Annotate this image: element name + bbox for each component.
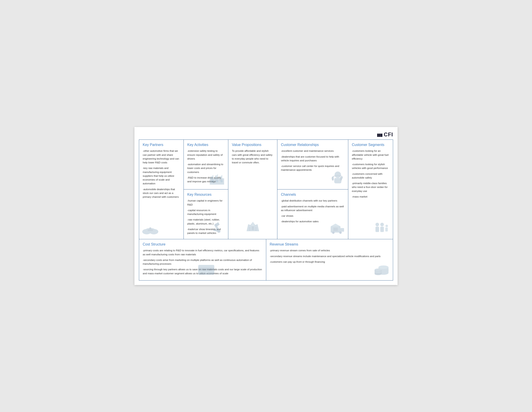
customer-relationships-title: Customer Relationships bbox=[281, 143, 344, 147]
svg-rect-34 bbox=[375, 227, 379, 232]
channels-body: -global distribution channels with our k… bbox=[281, 199, 344, 223]
svg-point-21 bbox=[255, 227, 257, 229]
channels-item-3: -car shows bbox=[281, 214, 344, 218]
svg-marker-9 bbox=[214, 174, 218, 178]
svg-point-31 bbox=[332, 231, 334, 234]
customer-segments-section: Customer Segments -customers looking for… bbox=[348, 140, 393, 239]
svg-point-37 bbox=[386, 225, 388, 227]
lower-section: Cost Structure -primary costs are relati… bbox=[139, 239, 393, 280]
value-propositions-title: Value Propositions bbox=[232, 143, 274, 147]
value-propositions-text: To provide affordable and stylish cars w… bbox=[232, 149, 274, 165]
key-partners-body: -other automotive firms that we can part… bbox=[143, 149, 180, 199]
svg-rect-38 bbox=[385, 228, 388, 232]
cr-channels-section: Customer Relationships -excellent custom… bbox=[277, 140, 348, 239]
svg-point-19 bbox=[249, 227, 250, 229]
value-propositions-body: To provide affordable and stylish cars w… bbox=[232, 149, 274, 165]
svg-rect-40 bbox=[198, 268, 214, 270]
cs-item-2: -customers looking for stylish vehicles … bbox=[352, 162, 389, 170]
svg-rect-30 bbox=[341, 228, 344, 232]
svg-rect-26 bbox=[340, 177, 342, 181]
key-activities-section: Key Activities -extensive safety testing… bbox=[184, 140, 228, 189]
logo-area: ▮▮▮ CFI bbox=[139, 131, 393, 138]
logo-cfi: CFI bbox=[384, 131, 393, 137]
svg-point-48 bbox=[379, 265, 389, 269]
svg-point-20 bbox=[249, 229, 250, 231]
cr-item-1: -excellent customer and maintenance serv… bbox=[281, 149, 344, 153]
svg-point-17 bbox=[217, 230, 220, 233]
svg-rect-11 bbox=[212, 180, 214, 182]
key-activities-item-1: -extensive safety testing to ensure repu… bbox=[187, 149, 225, 161]
family-icon bbox=[373, 220, 391, 237]
svg-point-23 bbox=[335, 172, 341, 178]
key-partners-section: Key Partners -other automotive firms tha… bbox=[139, 140, 184, 239]
svg-point-33 bbox=[375, 223, 379, 226]
key-resources-title: Key Resources bbox=[187, 193, 225, 197]
svg-rect-41 bbox=[200, 272, 204, 273]
handshake-icon bbox=[141, 220, 159, 237]
factory-icon bbox=[208, 170, 226, 187]
tools-icon bbox=[208, 220, 226, 237]
revenue-item-2: -secondary revenue streams include maint… bbox=[270, 255, 390, 258]
svg-marker-8 bbox=[210, 175, 213, 178]
revenue-streams-body: -primary revenue stream comes from sale … bbox=[270, 249, 390, 264]
customer-relationships-body: -excellent customer and maintenance serv… bbox=[281, 149, 344, 172]
key-partners-item-2: -key raw materials and manufacturing equ… bbox=[143, 166, 180, 186]
logo-bars: ▮▮▮ bbox=[377, 133, 382, 137]
customer-relationships-section: Customer Relationships -excellent custom… bbox=[277, 140, 348, 189]
svg-point-22 bbox=[255, 229, 257, 231]
cost-structure-title: Cost Structure bbox=[143, 242, 262, 246]
headset-icon bbox=[328, 170, 346, 187]
svg-rect-29 bbox=[333, 228, 338, 231]
cr-item-2: -dealerships that are customer-focused t… bbox=[281, 155, 344, 163]
activities-resources-section: Key Activities -extensive safety testing… bbox=[184, 140, 228, 239]
svg-rect-12 bbox=[216, 180, 218, 182]
channels-item-1: -global distribution channels with our k… bbox=[281, 199, 344, 203]
page-wrapper: ▮▮▮ CFI Key Partners -other automotive f… bbox=[134, 127, 398, 285]
channels-title: Channels bbox=[281, 193, 344, 197]
svg-rect-13 bbox=[220, 180, 223, 182]
revenue-item-3: -customers can pay up-front or through f… bbox=[270, 260, 390, 264]
cs-item-3: -customers concerned with automobile saf… bbox=[352, 172, 389, 180]
key-partners-item-1: -other automotive firms that we can part… bbox=[143, 149, 180, 165]
coins-icon bbox=[373, 262, 391, 278]
cs-item-1: -customers looking for an affordable veh… bbox=[352, 149, 389, 161]
key-partners-item-3: -automobile dealerships that stock our c… bbox=[143, 187, 180, 199]
svg-rect-42 bbox=[205, 272, 208, 273]
key-resources-item-2: -capital resources in manufacturing equi… bbox=[187, 208, 225, 216]
suit-icon bbox=[244, 220, 262, 237]
key-activities-title: Key Activities bbox=[187, 143, 225, 147]
cs-item-4: -primarily middle-class families who nee… bbox=[352, 181, 389, 193]
cs-item-5: -mass market bbox=[352, 195, 389, 199]
svg-rect-18 bbox=[252, 226, 254, 230]
logo: ▮▮▮ CFI bbox=[377, 131, 393, 138]
svg-point-53 bbox=[375, 268, 382, 271]
upper-section: Key Partners -other automotive firms tha… bbox=[139, 140, 393, 239]
revenue-item-1: -primary revenue stream comes from sale … bbox=[270, 249, 390, 252]
channels-section: Channels -global distribution channels w… bbox=[277, 189, 348, 239]
customer-segments-title: Customer Segments bbox=[352, 143, 389, 147]
svg-marker-28 bbox=[331, 224, 341, 226]
channels-item-2: -paid advertisement on multiple media ch… bbox=[281, 205, 344, 213]
svg-point-32 bbox=[339, 231, 342, 234]
cost-item-1: -primary costs are relating to R&D to in… bbox=[143, 249, 262, 256]
business-model-canvas: Key Partners -other automotive firms tha… bbox=[139, 139, 393, 281]
cost-structure-section: Cost Structure -primary costs are relati… bbox=[139, 239, 266, 280]
delivery-icon bbox=[328, 220, 346, 237]
key-resources-item-1: -human capital in engineers for R&D bbox=[187, 199, 225, 207]
svg-rect-36 bbox=[380, 227, 384, 232]
revenue-streams-title: Revenue Streams bbox=[270, 242, 390, 246]
svg-point-3 bbox=[149, 227, 152, 230]
customer-segments-body: -customers looking for an affordable veh… bbox=[352, 149, 389, 199]
revenue-streams-section: Revenue Streams -primary revenue stream … bbox=[266, 239, 393, 280]
key-partners-title: Key Partners bbox=[143, 143, 180, 147]
svg-marker-10 bbox=[219, 175, 222, 178]
svg-point-35 bbox=[380, 223, 384, 226]
value-propositions-section: Value Propositions To provide affordable… bbox=[228, 140, 277, 239]
key-resources-section: Key Resources -human capital in engineer… bbox=[184, 189, 228, 239]
payment-icon bbox=[197, 262, 215, 278]
